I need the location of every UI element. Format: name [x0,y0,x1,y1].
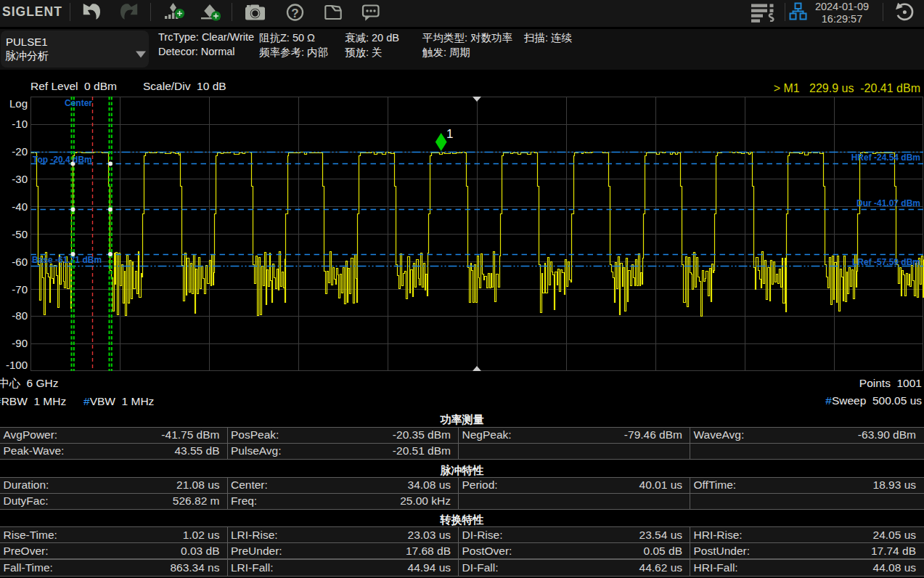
svg-text:1: 1 [446,127,453,141]
